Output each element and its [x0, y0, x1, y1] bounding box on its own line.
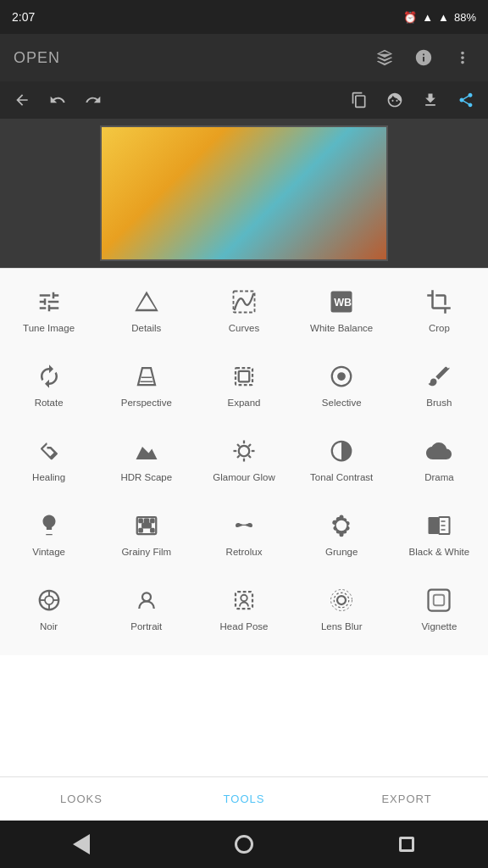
brush-label: Brush [426, 398, 452, 409]
perspective-label: Perspective [121, 398, 172, 409]
healing-label: Healing [32, 472, 65, 484]
tool-glamour-glow[interactable]: Glamour Glow [195, 426, 292, 501]
app-bar: OPEN [0, 34, 488, 81]
tool-vintage[interactable]: Vintage [0, 501, 97, 576]
vintage-icon [33, 509, 65, 542]
black-white-label: Black & White [409, 547, 470, 559]
svg-point-11 [239, 446, 250, 457]
glamour-glow-icon [228, 435, 260, 467]
tab-export[interactable]: EXPORT [325, 777, 488, 821]
tool-details[interactable]: Details [97, 277, 195, 352]
noir-icon [33, 584, 65, 616]
nav-back-icon [73, 834, 90, 854]
lens-blur-label: Lens Blur [321, 621, 363, 633]
svg-line-17 [248, 455, 251, 458]
app-title: OPEN [14, 49, 60, 67]
tool-expand[interactable]: Expand [195, 352, 292, 426]
undo-icon[interactable] [46, 88, 69, 112]
tool-noir[interactable]: Noir [0, 576, 97, 650]
svg-point-36 [142, 593, 151, 601]
hdr-scape-label: HDR Scape [120, 472, 172, 484]
tool-retrolux[interactable]: Retrolux [195, 501, 292, 576]
share-icon[interactable] [454, 88, 478, 112]
image-toolbar [0, 81, 488, 119]
white-balance-label: White Balance [310, 323, 373, 335]
back-icon[interactable] [10, 88, 34, 112]
tool-black-white[interactable]: Black & White [391, 501, 488, 576]
tool-grunge[interactable]: Grunge [293, 501, 391, 576]
svg-rect-28 [429, 517, 440, 534]
healing-icon [33, 435, 65, 467]
crop-label: Crop [429, 323, 450, 335]
svg-point-9 [338, 373, 345, 380]
tab-tools[interactable]: TOOLS [163, 777, 325, 821]
tool-head-pose[interactable]: Head Pose [195, 576, 292, 650]
drama-icon [423, 435, 455, 467]
retrolux-icon [228, 509, 260, 542]
svg-rect-22 [139, 520, 142, 523]
copy-icon[interactable] [347, 88, 371, 112]
app-bar-actions [373, 46, 474, 70]
tool-rotate[interactable]: Rotate [0, 352, 97, 426]
svg-rect-43 [434, 595, 445, 606]
layers-icon[interactable] [373, 46, 396, 70]
tool-portrait[interactable]: Portrait [97, 576, 195, 650]
vignette-label: Vignette [421, 621, 457, 633]
image-area [0, 81, 488, 268]
tool-lens-blur[interactable]: Lens Blur [293, 576, 391, 650]
svg-point-38 [241, 595, 247, 602]
svg-marker-10 [136, 447, 157, 459]
svg-point-31 [45, 596, 53, 604]
expand-label: Expand [227, 398, 260, 409]
tools-grid: Tune Image Details Curves WB [0, 277, 488, 650]
alarm-icon: ⏰ [403, 11, 417, 24]
battery: 88% [454, 11, 476, 24]
grunge-icon [325, 509, 358, 542]
tune-image-label: Tune Image [23, 323, 75, 335]
more-icon[interactable] [451, 46, 474, 70]
photo-preview [100, 125, 388, 261]
details-label: Details [131, 323, 161, 335]
bottom-tabs: LOOKS TOOLS EXPORT [0, 776, 488, 821]
rotate-icon [33, 360, 65, 392]
nav-recents-button[interactable] [385, 822, 429, 866]
tool-perspective[interactable]: Perspective [97, 352, 195, 426]
tools-section: Tune Image Details Curves WB [0, 269, 488, 655]
nav-back-button[interactable] [59, 822, 103, 866]
download-icon[interactable] [419, 88, 442, 112]
status-bar: 2:07 ⏰ ▲ ▲ 88% [0, 0, 488, 34]
nav-bar [0, 821, 488, 868]
tool-curves[interactable]: Curves [195, 277, 292, 352]
vintage-label: Vintage [32, 547, 65, 559]
curves-icon [228, 286, 260, 318]
grainy-film-icon [130, 509, 163, 542]
portrait-label: Portrait [130, 621, 162, 633]
tool-grainy-film[interactable]: Grainy Film [97, 501, 195, 576]
head-pose-label: Head Pose [220, 621, 269, 633]
tool-white-balance[interactable]: WB White Balance [293, 277, 391, 352]
redo-icon[interactable] [81, 88, 105, 112]
tool-tune-image[interactable]: Tune Image [0, 277, 97, 352]
selective-icon [325, 360, 358, 392]
curves-label: Curves [229, 323, 259, 335]
face-icon[interactable] [383, 88, 407, 112]
svg-line-18 [248, 444, 251, 447]
tool-brush[interactable]: Brush [391, 352, 488, 426]
head-pose-icon [228, 584, 260, 616]
nav-home-button[interactable] [222, 822, 266, 866]
perspective-icon [130, 360, 163, 392]
tab-looks[interactable]: LOOKS [0, 777, 163, 821]
wifi-icon: ▲ [422, 11, 433, 24]
svg-text:WB: WB [334, 297, 352, 309]
tool-drama[interactable]: Drama [391, 426, 488, 501]
tool-tonal-contrast[interactable]: Tonal Contrast [293, 426, 391, 501]
tonal-contrast-label: Tonal Contrast [310, 472, 373, 484]
tool-selective[interactable]: Selective [293, 352, 391, 426]
tool-healing[interactable]: Healing [0, 426, 97, 501]
tune-image-icon [33, 286, 65, 318]
tool-hdr-scape[interactable]: HDR Scape [97, 426, 195, 501]
tool-crop[interactable]: Crop [391, 277, 488, 352]
rotate-label: Rotate [35, 398, 64, 409]
info-icon[interactable] [412, 46, 435, 70]
tool-vignette[interactable]: Vignette [391, 576, 488, 650]
